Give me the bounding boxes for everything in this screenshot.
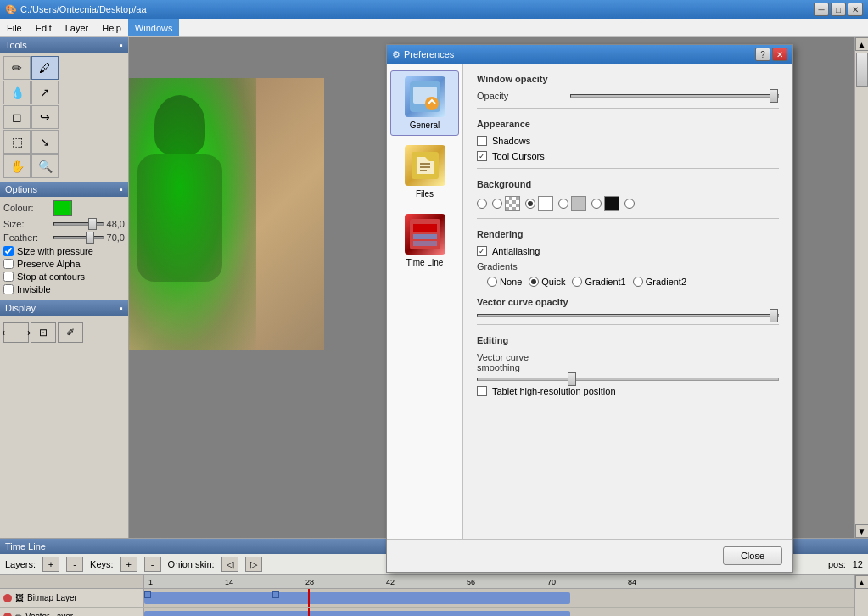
- onion-prev-btn[interactable]: ◁: [221, 557, 238, 572]
- gradient-options: None Quick Gradient1 Gradient2: [487, 277, 779, 287]
- feather-slider[interactable]: [53, 236, 104, 239]
- bg-radio-custom-btn[interactable]: [624, 199, 635, 209]
- preferences-dialog[interactable]: ⚙ Preferences ? ✕: [386, 44, 793, 573]
- onion-next-btn[interactable]: ▷: [245, 557, 262, 572]
- tool-smudge[interactable]: ↪: [31, 105, 59, 129]
- tool-eraser[interactable]: ◻: [3, 105, 31, 129]
- tool-brush[interactable]: 🖊: [31, 56, 59, 80]
- add-layer-btn[interactable]: +: [42, 557, 59, 572]
- timeline-body: 🖼 Bitmap Layer ✏ Vector Layer 📷: [0, 575, 868, 616]
- smoothing-slider[interactable]: [477, 378, 779, 381]
- tool-dropper[interactable]: 💧: [3, 81, 31, 104]
- bg-radio-dark-btn[interactable]: [591, 199, 602, 209]
- tl-scroll-up[interactable]: ▲: [855, 575, 869, 589]
- track-bitmap[interactable]: [144, 589, 854, 608]
- invisible-label: Invisible: [17, 284, 51, 294]
- bar-vector: [144, 611, 570, 616]
- display-header: Display ▪: [0, 300, 128, 316]
- opacity-slider[interactable]: [570, 94, 779, 98]
- minimize-button[interactable]: ─: [814, 3, 829, 16]
- layer-info-bitmap: 🖼 Bitmap Layer: [0, 589, 144, 607]
- grad-quick-btn[interactable]: [529, 277, 539, 287]
- timeline-tracks[interactable]: 1 14 28 42 56 70 84: [144, 575, 854, 616]
- dialog-close-btn[interactable]: ✕: [772, 48, 787, 61]
- tablet-label: Tablet high-resolution position: [492, 386, 616, 396]
- timeline-vector[interactable]: [144, 608, 854, 616]
- remove-key-btn[interactable]: -: [144, 557, 161, 572]
- tablet-checkbox[interactable]: [477, 386, 487, 396]
- scroll-thumb[interactable]: [856, 53, 868, 87]
- dialog-sidebar: General Files: [387, 64, 463, 539]
- key-start: [144, 591, 151, 598]
- vector-opacity-thumb[interactable]: [770, 309, 778, 322]
- grad-none-btn[interactable]: [487, 277, 497, 287]
- menu-edit[interactable]: Edit: [29, 19, 59, 36]
- menu-windows[interactable]: Windows: [128, 19, 180, 36]
- size-slider[interactable]: [53, 222, 104, 226]
- tool-cursors-row: Tool Cursors: [477, 151, 779, 161]
- remove-layer-btn[interactable]: -: [66, 557, 83, 572]
- nav-item-files[interactable]: Files: [390, 139, 459, 204]
- display-btn-arrows[interactable]: ⟵⟶: [3, 322, 29, 343]
- tool-arrow[interactable]: ↘: [31, 130, 59, 154]
- bg-radio-white-btn[interactable]: [525, 199, 535, 209]
- menu-layer[interactable]: Layer: [59, 19, 96, 36]
- stop-contours-check[interactable]: [3, 272, 14, 282]
- bg-radio-checker-btn[interactable]: [492, 199, 502, 209]
- opacity-thumb[interactable]: [770, 89, 778, 103]
- grad-quick: Quick: [529, 277, 565, 287]
- size-thumb[interactable]: [88, 218, 97, 230]
- display-btn-box[interactable]: ⊡: [31, 322, 56, 343]
- close-button[interactable]: ✕: [848, 3, 863, 16]
- gray-swatch: [571, 196, 586, 211]
- tool-cursors-checkbox[interactable]: [477, 151, 487, 161]
- stop-contours-label: Stop at contours: [17, 272, 85, 282]
- menu-help[interactable]: Help: [95, 19, 128, 36]
- tool-select[interactable]: ↗: [31, 81, 59, 104]
- size-pressure-check[interactable]: [3, 246, 14, 256]
- keys-label: Keys:: [90, 559, 114, 569]
- invisible-check[interactable]: [3, 284, 14, 294]
- dialog-footer: Close: [387, 539, 792, 572]
- layer-info-vector: ✏ Vector Layer: [0, 608, 144, 616]
- smoothing-thumb[interactable]: [568, 372, 576, 386]
- antialiasing-checkbox[interactable]: [477, 246, 487, 256]
- tools-collapse[interactable]: ▪: [120, 40, 123, 50]
- close-dialog-button[interactable]: Close: [723, 546, 782, 565]
- options-collapse[interactable]: ▪: [120, 184, 123, 194]
- dialog-icon: ⚙: [392, 49, 400, 60]
- menu-file[interactable]: File: [0, 19, 29, 36]
- tool-pencil[interactable]: ✏: [3, 56, 31, 80]
- tool-zoom[interactable]: 🔍: [31, 154, 59, 178]
- display-collapse[interactable]: ▪: [120, 303, 123, 313]
- display-buttons: ⟵⟶ ⊡ ✐: [3, 322, 125, 343]
- preserve-alpha-check[interactable]: [3, 259, 14, 269]
- vector-opacity-slider[interactable]: [477, 314, 779, 317]
- tool-stamp[interactable]: ⬚: [3, 130, 31, 154]
- layer-dot-vector: [3, 613, 12, 617]
- nav-item-timeline[interactable]: Time Line: [390, 208, 459, 273]
- bg-radio-gray-btn[interactable]: [558, 199, 568, 209]
- dialog-help-btn[interactable]: ?: [755, 48, 770, 61]
- layers-label: Layers:: [5, 559, 36, 569]
- add-key-btn[interactable]: +: [120, 557, 137, 572]
- colour-swatch[interactable]: [53, 200, 72, 216]
- feather-thumb[interactable]: [86, 232, 94, 244]
- timeline-bitmap[interactable]: [144, 589, 854, 607]
- scroll-down[interactable]: ▼: [855, 524, 869, 538]
- title-bar-controls[interactable]: ─ □ ✕: [814, 3, 863, 16]
- maximize-button[interactable]: □: [831, 3, 846, 16]
- shadows-checkbox[interactable]: [477, 136, 487, 146]
- options-header: Options ▪: [0, 182, 128, 197]
- scroll-up[interactable]: ▲: [855, 37, 869, 51]
- invisible-row: Invisible: [3, 284, 125, 294]
- grad-1-btn[interactable]: [572, 277, 582, 287]
- track-vector[interactable]: [144, 608, 854, 616]
- preserve-alpha-row: Preserve Alpha: [3, 259, 125, 269]
- tool-hand[interactable]: ✋: [3, 154, 31, 178]
- bg-radio-none-btn[interactable]: [477, 199, 487, 209]
- display-btn-edit[interactable]: ✐: [58, 322, 83, 343]
- section-appearance: Appearance: [477, 119, 779, 129]
- grad-2-btn[interactable]: [633, 277, 643, 287]
- nav-item-general[interactable]: General: [390, 70, 459, 136]
